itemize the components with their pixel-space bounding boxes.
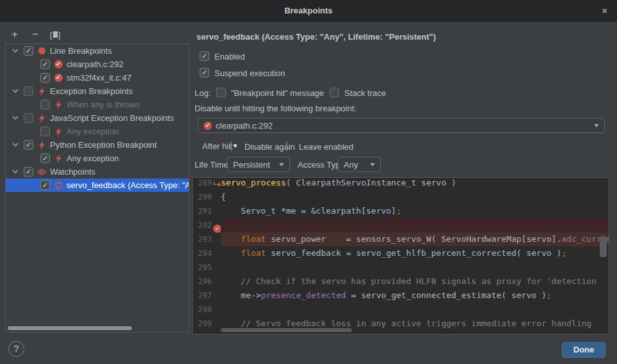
line-number: 291 xyxy=(193,204,212,218)
tree-item-when-any-is-thrown[interactable]: When any is thrown xyxy=(6,98,189,111)
tree-item-label: Any exception xyxy=(67,127,119,136)
chevron-down-icon[interactable] xyxy=(12,168,20,176)
bolt-icon xyxy=(37,141,46,150)
tree-item-servo-feedback[interactable]: ✓servo_feedback (Access Type: "Any", xyxy=(6,178,189,192)
editor-vertical-scrollbar[interactable] xyxy=(600,236,607,257)
checkbox[interactable]: ✓ xyxy=(40,73,50,83)
breakpoint-detail-title: servo_feedback (Access Type: "Any", Life… xyxy=(196,32,436,42)
checkbox[interactable] xyxy=(40,100,50,109)
bolt-icon xyxy=(54,154,63,163)
suspend-execution-checkbox[interactable]: ✓ xyxy=(200,68,209,77)
tree-item-line-breakpoints[interactable]: ✓Line Breakpoints xyxy=(6,44,189,58)
title-bar: Breakpoints × xyxy=(0,0,617,22)
tree-horizontal-scrollbar[interactable] xyxy=(8,326,132,330)
tree-item-label: clearpath.c:292 xyxy=(67,59,124,69)
remove-breakpoint-button[interactable]: − xyxy=(29,29,41,40)
tree-item-label: Python Exception Breakpoint xyxy=(50,140,157,150)
bolt-icon xyxy=(54,100,63,109)
line-number: 299 xyxy=(193,317,212,331)
tree-item-label: servo_feedback (Access Type: "Any", xyxy=(67,180,189,190)
code-line: 296 // Check if the servo has provided H… xyxy=(193,274,609,289)
code-text xyxy=(221,260,609,274)
breakpoint-icon xyxy=(37,47,46,56)
tree-item-exception-breakpoints[interactable]: Exception Breakpoints xyxy=(6,84,189,98)
after-hit-label: After hit: xyxy=(202,141,233,152)
tree-item-py-any-exception[interactable]: ✓Any exception xyxy=(6,152,189,165)
disable-until-label: Disable until hitting the following brea… xyxy=(195,104,357,114)
chevron-down-icon[interactable] xyxy=(12,47,20,55)
code-preview-editor: 289servo_process( ClearpathServoInstance… xyxy=(192,177,609,335)
line-number: 292 xyxy=(193,218,212,232)
chevron-down-icon[interactable] xyxy=(12,115,20,122)
line-number: 290 xyxy=(193,190,212,204)
leave-enabled-label: Leave enabled xyxy=(299,142,353,152)
chevron-down-icon[interactable] xyxy=(12,88,20,95)
code-text xyxy=(221,303,609,317)
lifetime-value: Persistent xyxy=(233,160,270,170)
dialog-title: Breakpoints xyxy=(0,0,617,22)
enabled-checkbox[interactable]: ✓ xyxy=(200,51,209,61)
disable-again-radio[interactable] xyxy=(230,141,232,152)
tree-item-python-exception-breakpoint[interactable]: ✓Python Exception Breakpoint xyxy=(6,138,189,152)
checkbox[interactable]: ✓ xyxy=(24,46,33,56)
line-number: 296 xyxy=(193,274,212,289)
code-line: 291 Servo_t *me = &clearpath[servo]; xyxy=(193,204,609,218)
stack-trace-label: Stack trace xyxy=(344,88,386,99)
checkbox[interactable] xyxy=(24,86,33,96)
chevron-down-icon[interactable] xyxy=(12,141,20,149)
checkbox[interactable] xyxy=(40,127,50,136)
code-line: 294 float servo_feedback = servo_get_hlf… xyxy=(193,246,609,260)
code-line: 289servo_process( ClearpathServoInstance… xyxy=(193,177,609,190)
tree-item-clearpath-c-292[interactable]: ✓✓clearpath.c:292 xyxy=(6,58,189,71)
line-number: 297 xyxy=(193,289,212,303)
checkbox[interactable]: ✓ xyxy=(40,59,50,69)
stack-trace-checkbox[interactable] xyxy=(330,88,339,97)
watchpoint-icon xyxy=(54,181,63,190)
code-text: { xyxy=(221,190,609,204)
tree-item-label: JavaScript Exception Breakpoints xyxy=(50,113,174,123)
code-lines: 289servo_process( ClearpathServoInstance… xyxy=(193,177,609,331)
add-breakpoint-button[interactable]: + xyxy=(9,29,20,40)
line-number: 295 xyxy=(193,260,212,274)
breakpoint-hit-message-checkbox[interactable] xyxy=(216,88,226,97)
enabled-label: Enabled xyxy=(214,52,245,62)
close-icon[interactable]: × xyxy=(602,0,607,22)
code-line: 292✓ xyxy=(193,218,609,232)
leave-enabled-radio[interactable] xyxy=(286,141,287,152)
disable-until-combobox[interactable]: ✓ clearpath.c:292 xyxy=(198,118,605,133)
code-line: 293 float servo_power = sensors_servo_W(… xyxy=(193,232,609,246)
checkbox[interactable]: ✓ xyxy=(40,180,50,190)
access-type-value: Any xyxy=(344,160,358,170)
code-line: 295 xyxy=(193,260,609,274)
checkbox[interactable]: ✓ xyxy=(40,154,50,163)
breakpoints-tree: ✓Line Breakpoints✓✓clearpath.c:292✓✓stm3… xyxy=(5,44,189,333)
breakpoint-check-icon: ✓ xyxy=(54,74,63,83)
help-icon[interactable]: ? xyxy=(8,341,24,357)
code-line: 298 xyxy=(193,303,609,317)
editor-horizontal-scrollbar[interactable] xyxy=(221,328,352,332)
tree-item-label: When any is thrown xyxy=(67,100,140,109)
checkbox[interactable] xyxy=(24,113,33,123)
tree-item-label: Watchpoints xyxy=(50,167,95,177)
tree-item-watchpoints[interactable]: ✓Watchpoints xyxy=(6,165,189,178)
code-text xyxy=(221,218,609,232)
tree-item-js-any-exception[interactable]: Any exception xyxy=(6,125,189,138)
suspend-execution-label: Suspend execution xyxy=(214,68,285,79)
tree-item-stm32f4xx-it-c-47[interactable]: ✓✓stm32f4xx_it.c:47 xyxy=(6,71,189,84)
checkbox[interactable]: ✓ xyxy=(24,167,33,177)
group-by-file-icon[interactable]: [] xyxy=(50,29,61,40)
eye-icon xyxy=(37,168,46,177)
bolt-icon xyxy=(37,87,46,96)
code-line: 290{ xyxy=(193,190,609,204)
tree-item-javascript-exception-breakpoints[interactable]: JavaScript Exception Breakpoints xyxy=(6,111,189,125)
breakpoint-check-icon: ✓ xyxy=(54,60,63,69)
checkbox[interactable]: ✓ xyxy=(24,140,33,150)
lifetime-combobox[interactable]: Persistent xyxy=(227,157,290,172)
lifetime-label: Life Time: xyxy=(195,160,230,170)
code-text: servo_process( ClearpathServoInstance_t … xyxy=(221,177,609,190)
done-button[interactable]: Done xyxy=(562,342,605,358)
line-number: 294 xyxy=(193,246,212,260)
line-number: 289 xyxy=(193,177,212,190)
access-type-combobox[interactable]: Any xyxy=(338,157,381,172)
code-text: // Check if the servo has provided HLFB … xyxy=(221,274,609,289)
